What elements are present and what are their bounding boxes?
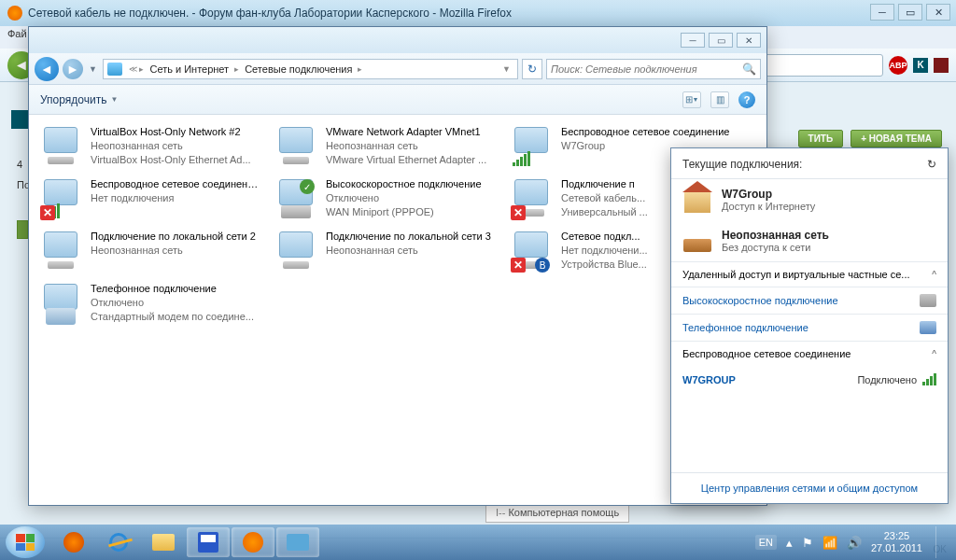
connection-title: VMware Network Adapter VMnet1 (326, 125, 498, 139)
preview-pane-button[interactable]: ▥ (710, 91, 729, 108)
explorer-minimize-button[interactable]: ─ (681, 33, 705, 48)
explorer-close-button[interactable]: ✕ (737, 33, 761, 48)
kaspersky-toolbar-icon[interactable]: K (913, 58, 928, 73)
language-indicator[interactable]: EN (755, 535, 777, 550)
firefox-close-button[interactable]: ✕ (926, 4, 950, 21)
connection-icon: ✕ (509, 177, 554, 222)
firefox-maximize-button[interactable]: ▭ (898, 4, 922, 21)
taskbar-ie[interactable] (97, 527, 140, 557)
connection-status: Неопознанная сеть (91, 139, 262, 153)
explorer-maximize-button[interactable]: ▭ (709, 33, 733, 48)
tray-up-icon[interactable]: ▴ (786, 536, 793, 550)
modem-icon (920, 294, 936, 307)
phone-icon (920, 321, 936, 334)
connection-icon (38, 282, 83, 327)
network-connection-item[interactable]: ✕Беспроводное сетевое соединение 2Нет по… (33, 175, 268, 227)
view-button[interactable]: ⊞ ▼ (682, 91, 701, 108)
flyout-header: Текущие подключения: (682, 158, 802, 171)
explorer-toolbar: Упорядочить▼ ⊞ ▼ ▥ ? (29, 85, 766, 115)
wifi-network[interactable]: W7GROUP Подключено (671, 366, 948, 393)
tray-flag-icon[interactable]: ⚑ (802, 536, 813, 550)
forum-new-topic-button[interactable]: + НОВАЯ ТЕМА (851, 130, 942, 147)
network-connection-item[interactable]: VirtualBox Host-Only Network #2Неопознан… (33, 122, 268, 175)
chevron-up-icon: ^ (932, 270, 936, 280)
breadcrumb-1[interactable]: Сеть и Интернет (147, 63, 232, 75)
connection-adapter: WAN Miniport (PPPOE) (326, 205, 498, 219)
flyout-connection-2[interactable]: Неопознанная сеть Без доступа к сети (671, 220, 948, 261)
show-desktop-button[interactable] (935, 526, 947, 558)
system-tray: EN ▴ ⚑ 📶 🔊 23:25 27.01.2011 (755, 526, 950, 558)
link-highspeed[interactable]: Высокоскоростное подключение (671, 287, 948, 314)
chevron-up-icon: ^ (932, 349, 936, 359)
connection-status: Отключено (91, 296, 262, 310)
windows-logo-icon (16, 534, 35, 551)
back-button[interactable]: ◄ (35, 57, 59, 81)
kaspersky-side-icon (11, 110, 30, 129)
house-icon (684, 192, 710, 213)
history-dropdown[interactable]: ▼ (87, 64, 99, 74)
connection-adapter: Стандартный модем по соедине... (91, 310, 262, 324)
taskbar: EN ▴ ⚑ 📶 🔊 23:25 27.01.2011 (0, 525, 956, 560)
help-icon[interactable]: ? (738, 91, 755, 108)
connection-status: Нет подключения (91, 191, 262, 205)
taskbar-wmp[interactable] (52, 527, 95, 557)
tray-volume-icon[interactable]: 🔊 (847, 536, 862, 550)
adblock-icon[interactable]: ABP (889, 56, 907, 75)
search-input[interactable] (551, 63, 742, 75)
section-remote[interactable]: Удаленный доступ и виртуальные частные с… (671, 261, 948, 287)
search-icon: 🔍 (742, 63, 756, 76)
network-connection-item[interactable]: ✓Высокоскоростное подключениеОтключеноWA… (268, 175, 503, 227)
conn1-status: Доступ к Интернету (722, 201, 815, 212)
breadcrumb-2[interactable]: Сетевые подключения (242, 63, 355, 75)
forum-number: 4 (17, 159, 22, 170)
connection-title: Подключение по локальной сети 3 (326, 230, 498, 244)
connection-status: Неопознанная сеть (91, 244, 262, 258)
connection-icon: ✕B (509, 230, 554, 274)
network-connection-item[interactable]: VMware Network Adapter VMnet1Неопознанна… (268, 122, 503, 175)
link-phone[interactable]: Телефонное подключение (671, 314, 948, 341)
taskbar-save[interactable] (187, 527, 230, 557)
flyout-refresh-icon[interactable]: ↻ (927, 158, 936, 171)
network-connection-item[interactable]: Подключение по локальной сети 2Неопознан… (33, 227, 268, 279)
breadcrumb[interactable]: ≪ ▸ Сеть и Интернет ▸ Сетевые подключени… (103, 59, 518, 79)
network-center-link[interactable]: Центр управления сетями и общим доступом (701, 483, 918, 494)
connection-title: Беспроводное сетевое соединение (561, 125, 733, 139)
forum-reply-button[interactable]: ТИТЬ (798, 130, 844, 147)
tray-network-icon[interactable]: 📶 (822, 536, 837, 550)
connection-title: Подключение по локальной сети 2 (91, 230, 262, 244)
connection-title: Высокоскоростное подключение (326, 177, 498, 191)
connection-title: VirtualBox Host-Only Network #2 (91, 125, 262, 139)
start-button[interactable] (6, 526, 45, 558)
connection-adapter: VirtualBox Host-Only Ethernet Ad... (91, 153, 262, 167)
explorer-titlebar[interactable]: ─ ▭ ✕ (29, 27, 766, 53)
taskbar-explorer[interactable] (142, 527, 185, 557)
firefox-title-text: Сетевой кабель не подключен. - Форум фан… (28, 7, 512, 20)
connection-icon (274, 125, 318, 170)
taskbar-app[interactable] (276, 527, 319, 557)
refresh-button[interactable]: ↻ (522, 59, 542, 79)
side-tab[interactable] (17, 220, 28, 239)
network-location-icon (107, 63, 122, 76)
section-wifi[interactable]: Беспроводное сетевое соединение ^ (671, 341, 948, 366)
forward-button[interactable]: ► (63, 59, 83, 79)
conn2-name: Неопознанная сеть (722, 229, 829, 242)
taskbar-firefox[interactable] (232, 527, 274, 557)
organize-button[interactable]: Упорядочить▼ (40, 93, 118, 106)
connection-adapter: VMware Virtual Ethernet Adapter ... (326, 153, 498, 167)
search-box[interactable]: 🔍 (546, 59, 761, 79)
firefox-minimize-button[interactable]: ─ (870, 4, 894, 21)
connection-status: Отключено (326, 191, 498, 205)
breadcrumb-dropdown[interactable]: ▼ (499, 64, 513, 74)
explorer-window: ─ ▭ ✕ ◄ ► ▼ ≪ ▸ Сеть и Интернет ▸ Сетевы… (28, 26, 767, 506)
conn2-status: Без доступа к сети (722, 242, 829, 253)
connection-icon (509, 125, 554, 170)
flyout-connection-1[interactable]: W7Group Доступ к Интернету (671, 179, 948, 220)
network-connection-item[interactable]: Телефонное подключениеОтключеноСтандартн… (33, 279, 268, 331)
network-flyout: Текущие подключения: ↻ W7Group Доступ к … (670, 147, 949, 504)
signal-bars-icon (922, 373, 936, 385)
toolbar-icon[interactable] (934, 58, 949, 73)
connection-status: Неопознанная сеть (326, 244, 498, 258)
taskbar-clock[interactable]: 23:25 27.01.2011 (871, 530, 922, 554)
connection-icon: ✕ (38, 177, 83, 222)
network-connection-item[interactable]: Подключение по локальной сети 3Неопознан… (268, 227, 503, 279)
